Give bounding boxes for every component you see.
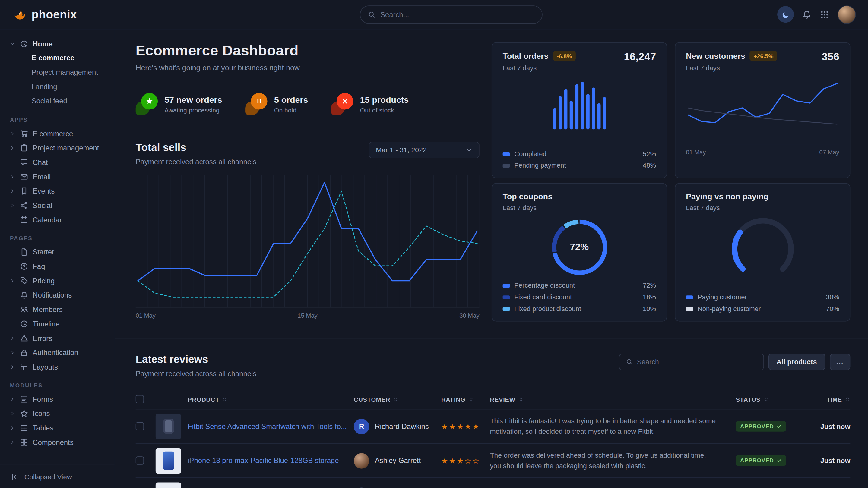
- check-icon: [777, 424, 782, 429]
- sidebar-item-notifications[interactable]: Notifications: [7, 288, 108, 302]
- form-icon: [20, 395, 28, 403]
- sidebar-item-faq[interactable]: Faq: [7, 259, 108, 273]
- reviews-search[interactable]: [619, 354, 764, 370]
- table-icon: [20, 423, 28, 432]
- global-search[interactable]: [360, 5, 542, 24]
- legend-value: 72%: [643, 282, 656, 289]
- sidebar-item-tables[interactable]: Tables: [7, 421, 108, 435]
- sidebar-item-social[interactable]: Social: [7, 198, 108, 213]
- notifications-button[interactable]: [802, 10, 812, 19]
- select-all-checkbox[interactable]: [136, 395, 144, 403]
- navbar-actions: [777, 5, 856, 24]
- legend-label: Percentage discount: [514, 282, 575, 289]
- legend-label: Fixed card discount: [514, 293, 572, 301]
- all-products-button[interactable]: All products: [768, 354, 825, 370]
- sidebar-item-social-feed[interactable]: Social feed: [7, 94, 108, 108]
- theme-toggle-button[interactable]: [777, 6, 794, 23]
- customer-avatar: [354, 453, 369, 468]
- sidebar-item-e-commerce[interactable]: E commerce: [7, 126, 108, 140]
- legend-item: Fixed card discount18%: [503, 293, 656, 301]
- legend-marker: [503, 163, 510, 167]
- sidebar-item-project-management[interactable]: Project management: [7, 65, 108, 80]
- sidebar-item-events[interactable]: Events: [7, 184, 108, 198]
- top-coupons-card: Top coupons Last 7 days 72% Percentage d…: [492, 183, 667, 322]
- top-coupons-legend: Percentage discount72%Fixed card discoun…: [503, 282, 656, 313]
- sidebar-item-errors[interactable]: Errors: [7, 331, 108, 346]
- column-label: STATUS: [736, 396, 760, 402]
- x-axis-label: 15 May: [298, 312, 317, 319]
- sidebar-item-label: Project management: [33, 143, 99, 152]
- legend-value: 70%: [826, 305, 839, 313]
- date-range-select[interactable]: Mar 1 - 31, 2022: [369, 142, 479, 158]
- legend-item: Non-paying customer70%: [686, 305, 839, 313]
- user-avatar[interactable]: [838, 5, 856, 24]
- sidebar-item-project-management[interactable]: Project management: [7, 140, 108, 155]
- legend-item: Pending payment48%: [503, 162, 656, 169]
- sidebar-item-calendar[interactable]: Calendar: [7, 213, 108, 227]
- review-text: The order was delivered ahead of schedul…: [490, 451, 736, 471]
- total-orders-card: Total orders -6.8% Last 7 days 16,247 Co…: [492, 42, 667, 178]
- calendar-icon: [20, 216, 28, 224]
- sidebar-item-landing[interactable]: Landing: [7, 79, 108, 94]
- column-label: CUSTOMER: [354, 396, 390, 402]
- total-sells-subtitle: Payment received across all channels: [136, 158, 257, 166]
- page-title: Ecommerce Dashboard: [136, 42, 479, 59]
- paying-vs-nonpaying-card: Paying vs non paying Last 7 days Paying …: [675, 183, 850, 322]
- sidebar-item-e-commerce[interactable]: E commerce: [7, 51, 108, 65]
- sidebar-item-members[interactable]: Members: [7, 302, 108, 317]
- paying-legend: Paying customer30%Non-paying customer70%: [686, 293, 839, 313]
- star-icon: [20, 409, 28, 418]
- column-header-review[interactable]: REVIEW: [490, 396, 736, 402]
- search-input[interactable]: [380, 10, 534, 19]
- sidebar-item-starter[interactable]: Starter: [7, 245, 108, 259]
- product-link[interactable]: iPhone 13 pro max-Pacific Blue-128GB sto…: [188, 456, 339, 465]
- total-sells-title: Total sells: [136, 142, 257, 154]
- sidebar-item-label: Layouts: [33, 363, 58, 371]
- sidebar-item-label: Faq: [33, 262, 45, 270]
- bell-icon: [802, 10, 812, 19]
- legend-item: Percentage discount72%: [503, 282, 656, 289]
- review-time: Just now: [820, 422, 850, 430]
- legend-value: 18%: [643, 293, 656, 301]
- card-period: Last 7 days: [503, 204, 553, 212]
- total-sells-chart: [136, 175, 479, 308]
- dashboard-left-column: Ecommerce Dashboard Here's what's going …: [136, 42, 479, 321]
- total-sells-header: Total sells Payment received across all …: [136, 142, 479, 166]
- chevron-down-icon: [466, 147, 472, 153]
- row-checkbox[interactable]: [136, 422, 144, 430]
- row-checkbox[interactable]: [136, 456, 144, 465]
- sidebar-item-icons[interactable]: Icons: [7, 406, 108, 421]
- sidebar-item-email[interactable]: Email: [7, 169, 108, 184]
- column-header-product[interactable]: PRODUCT: [188, 396, 354, 402]
- legend-label: Completed: [514, 150, 547, 158]
- legend-label: Fixed product discount: [514, 305, 581, 313]
- caret-right-icon: [10, 174, 16, 179]
- brand[interactable]: phoenix: [12, 7, 77, 22]
- app-root: phoenix HomeE commerceProject management…: [0, 0, 868, 488]
- customer-name: Ashley Garrett: [375, 456, 421, 465]
- apps-grid-button[interactable]: [820, 10, 829, 19]
- donut-center-label: 72%: [550, 219, 608, 276]
- clock-icon: [20, 320, 28, 328]
- caret-right-icon: [10, 335, 16, 340]
- sidebar-item-pricing[interactable]: Pricing: [7, 273, 108, 288]
- column-header-status[interactable]: STATUS: [736, 396, 810, 402]
- collapsed-view-button[interactable]: Collapsed View: [0, 465, 115, 488]
- sidebar-item-timeline[interactable]: Timeline: [7, 317, 108, 331]
- sidebar-item-chat[interactable]: Chat: [7, 155, 108, 169]
- product-link[interactable]: Fitbit Sense Advanced Smartwatch with To…: [188, 422, 346, 430]
- sidebar-item-authentication[interactable]: Authentication: [7, 345, 108, 360]
- bookmark-icon: [20, 187, 28, 195]
- sidebar-item-home[interactable]: Home: [7, 36, 108, 51]
- column-header-time[interactable]: TIME: [810, 396, 850, 402]
- sidebar-item-layouts[interactable]: Layouts: [7, 360, 108, 374]
- sort-icon: [393, 396, 398, 402]
- reviews-search-input[interactable]: [637, 358, 756, 366]
- sidebar-item-components[interactable]: Components: [7, 435, 108, 449]
- sidebar-item-label: Starter: [33, 248, 54, 256]
- legend-label: Non-paying customer: [698, 305, 761, 313]
- column-header-rating[interactable]: RATING: [441, 396, 490, 402]
- more-options-button[interactable]: ...: [830, 354, 850, 370]
- sidebar-item-forms[interactable]: Forms: [7, 392, 108, 406]
- column-header-customer[interactable]: CUSTOMER: [354, 396, 441, 402]
